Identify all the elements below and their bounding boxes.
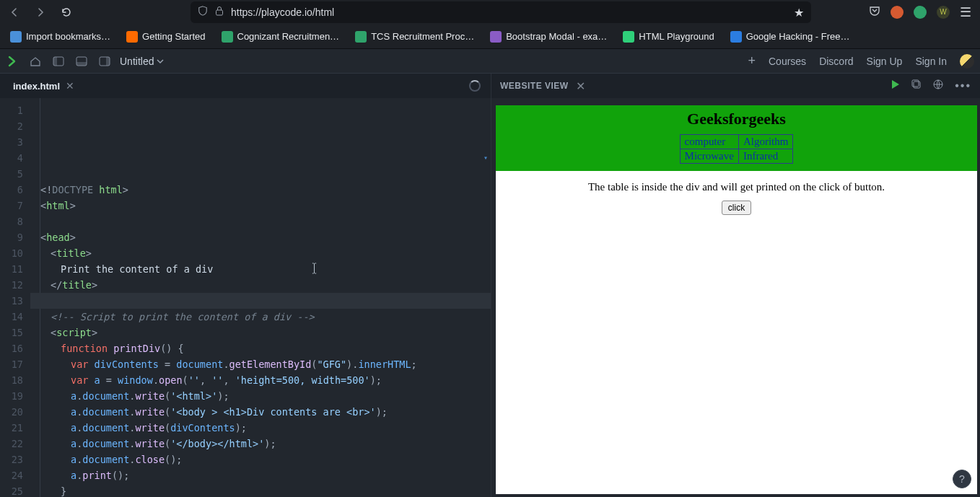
run-icon[interactable] (891, 79, 900, 92)
code-body[interactable]: ▾ <!DOCTYPE html><html> <head><title>Pri… (30, 98, 491, 497)
website-preview: Geeksforgeeks computer Algorithm Microwa… (496, 105, 977, 494)
bookmark-favicon (623, 31, 634, 43)
bookmark-label: HTML Playground (639, 31, 714, 42)
pocket-icon[interactable] (869, 5, 880, 19)
link-signin[interactable]: Sign In (915, 56, 947, 67)
bookmark-favicon (222, 31, 233, 43)
code-line[interactable]: <head> (30, 229, 491, 245)
code-line[interactable] (30, 293, 491, 309)
editor-tab-strip: index.html ✕ (0, 74, 491, 98)
shield-icon (198, 6, 208, 19)
bookmark-item[interactable]: Cognizant Recruitmen… (216, 28, 346, 45)
code-line[interactable]: a.document.close(); (30, 452, 491, 467)
code-line[interactable]: var divContents = document.getElementByI… (30, 356, 491, 372)
url-text[interactable]: https://playcode.io/html (231, 6, 787, 18)
bookmark-favicon (355, 31, 367, 43)
reload-button[interactable] (56, 2, 76, 22)
code-line[interactable]: a.print(); (30, 467, 491, 483)
code-line[interactable]: <html> (30, 198, 491, 214)
bookmarks-bar: Import bookmarks…Getting StartedCognizan… (0, 25, 980, 49)
chevron-down-icon (157, 58, 164, 65)
bookmark-item[interactable]: HTML Playground (617, 28, 719, 45)
copy-icon[interactable] (911, 79, 922, 92)
preview-click-button[interactable]: click (722, 201, 751, 215)
browser-nav-bar: https://playcode.io/html ★ W ☰ (0, 0, 980, 25)
panel-bottom-icon[interactable] (74, 54, 89, 69)
table-cell: Infrared (738, 149, 793, 164)
link-discord[interactable]: Discord (819, 56, 853, 67)
globe-icon[interactable] (933, 79, 943, 92)
bookmark-item[interactable]: Getting Started (121, 28, 211, 45)
preview-banner: Geeksforgeeks computer Algorithm Microwa… (496, 105, 977, 171)
editor-pane: index.html ✕ 123456789101112131415161718… (0, 74, 491, 497)
svg-rect-7 (914, 82, 920, 88)
playcode-logo-icon[interactable] (6, 54, 20, 69)
table-cell: Microwave (680, 149, 738, 164)
bookmark-label: Getting Started (142, 31, 205, 42)
code-line[interactable]: a.document.write('</body></html>'); (30, 436, 491, 452)
help-fab[interactable]: ? (953, 470, 971, 488)
preview-heading: Geeksforgeeks (496, 110, 977, 128)
bookmark-favicon (490, 31, 502, 43)
code-line[interactable]: <!-- Script to print the content of a di… (30, 309, 491, 325)
code-line[interactable]: } (30, 483, 491, 497)
url-bar[interactable]: https://playcode.io/html ★ (191, 1, 811, 23)
back-button[interactable] (4, 2, 25, 22)
bookmark-label: Bootstrap Modal - exa… (506, 31, 607, 42)
project-title[interactable]: Untitled (120, 56, 164, 67)
table-cell: Algorithm (738, 135, 793, 149)
link-courses[interactable]: Courses (769, 56, 806, 67)
extension-icon-3[interactable]: W (937, 6, 950, 19)
forward-button[interactable] (30, 2, 51, 22)
browser-menu-icon[interactable]: ☰ (960, 4, 971, 20)
avatar[interactable] (960, 54, 974, 69)
code-line[interactable]: Print the content of a div (30, 261, 491, 277)
code-line[interactable]: <!DOCTYPE html> (30, 182, 491, 198)
bookmark-item[interactable]: TCS Recruitment Proc… (349, 28, 480, 45)
new-tab-plus-icon[interactable]: + (748, 53, 756, 69)
panel-left-icon[interactable] (51, 54, 66, 69)
editor-tab[interactable]: index.html ✕ (6, 74, 82, 98)
code-line[interactable]: a.document.write('<html>'); (30, 388, 491, 404)
svg-rect-0 (216, 10, 223, 15)
extension-icon-2[interactable] (914, 6, 927, 19)
close-icon[interactable]: ✕ (66, 80, 74, 92)
preview-tab-strip: WEBSITE VIEW ✕ ••• (491, 74, 980, 98)
panel-right-icon[interactable] (97, 54, 113, 69)
preview-paragraph: The table is inside the div and will get… (496, 171, 977, 201)
extension-icon-1[interactable] (891, 6, 904, 19)
workspace: index.html ✕ 123456789101112131415161718… (0, 74, 980, 497)
fold-marker-icon[interactable]: ▾ (484, 150, 488, 166)
preview-table: computer Algorithm Microwave Infrared (680, 134, 794, 164)
bookmark-star-icon[interactable]: ★ (794, 6, 804, 19)
svg-rect-6 (106, 57, 110, 66)
line-gutter: 1234567891011121314151617181920212223242… (0, 98, 30, 497)
table-row: Microwave Infrared (680, 149, 793, 164)
bookmark-item[interactable]: Google Hacking - Free… (725, 28, 856, 45)
code-line[interactable]: a.document.write('<body > <h1>Div conten… (30, 404, 491, 420)
bookmark-item[interactable]: Bootstrap Modal - exa… (484, 28, 613, 45)
more-icon[interactable]: ••• (955, 79, 971, 92)
svg-rect-4 (76, 62, 87, 66)
code-line[interactable]: <title> (30, 245, 491, 261)
home-icon[interactable] (27, 54, 43, 69)
bookmark-favicon (730, 31, 742, 43)
code-line[interactable]: </title> (30, 277, 491, 293)
bookmark-item[interactable]: Import bookmarks… (4, 28, 116, 45)
preview-tab-label[interactable]: WEBSITE VIEW (500, 81, 569, 91)
bookmark-favicon (126, 31, 138, 43)
bookmark-label: TCS Recruitment Proc… (371, 31, 474, 42)
table-cell: computer (680, 135, 738, 149)
code-line[interactable]: a.document.write(divContents); (30, 420, 491, 436)
bookmark-label: Google Hacking - Free… (746, 31, 850, 42)
code-line[interactable]: function printDiv() { (30, 340, 491, 356)
code-line[interactable]: <script> (30, 325, 491, 340)
lock-icon (215, 6, 224, 19)
close-icon[interactable]: ✕ (576, 79, 585, 93)
link-signup[interactable]: Sign Up (867, 56, 903, 67)
table-row: computer Algorithm (680, 135, 793, 149)
code-line[interactable]: var a = window.open('', '', 'height=500,… (30, 372, 491, 388)
code-editor[interactable]: 1234567891011121314151617181920212223242… (0, 98, 491, 497)
code-line[interactable] (30, 214, 491, 229)
preview-pane: WEBSITE VIEW ✕ ••• Geeksforgeeks (491, 74, 980, 497)
